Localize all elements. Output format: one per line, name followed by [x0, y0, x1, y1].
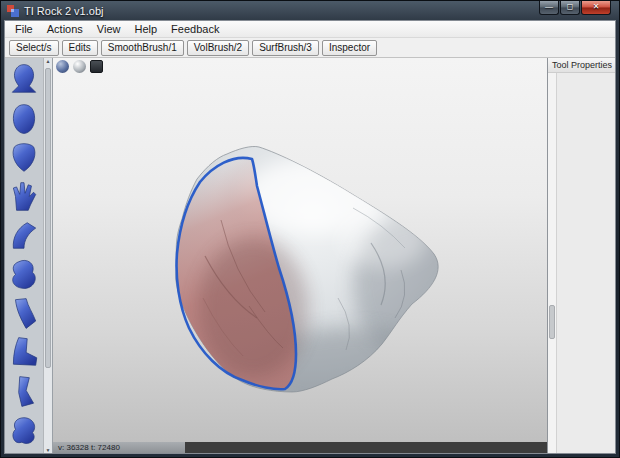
- viewport-tools: [56, 60, 103, 73]
- palette-thumbnail-face[interactable]: [7, 100, 43, 139]
- app-body: File Actions View Help Feedback Select/s…: [4, 20, 616, 454]
- app-icon: [7, 5, 19, 17]
- palette-scroll-thumb[interactable]: [45, 68, 51, 368]
- menu-item-view[interactable]: View: [90, 22, 128, 36]
- tab-inspector[interactable]: Inspector: [322, 40, 377, 56]
- palette-thumbnail-arm[interactable]: [7, 217, 43, 256]
- menu-item-help[interactable]: Help: [127, 22, 164, 36]
- palette-thumbnail-leg[interactable]: [7, 373, 43, 412]
- tool-properties-panel: Tool Properties: [547, 58, 615, 453]
- scroll-down-icon[interactable]: ▼: [46, 447, 51, 453]
- scroll-up-icon[interactable]: ▲: [46, 58, 51, 64]
- shape-palette-sidebar: ▲ ▼: [5, 58, 53, 453]
- panel-title: Tool Properties: [548, 58, 615, 73]
- menubar: File Actions View Help Feedback: [5, 21, 615, 38]
- minimize-button[interactable]: —: [539, 1, 559, 15]
- panel-content-area: [557, 73, 615, 453]
- menu-item-actions[interactable]: Actions: [40, 22, 90, 36]
- panel-scroll-thumb[interactable]: [549, 305, 555, 339]
- palette-thumbnail-mask[interactable]: [7, 139, 43, 178]
- palette-thumbnail-foot[interactable]: [7, 334, 43, 373]
- material-ball-icon[interactable]: [73, 60, 86, 73]
- maximize-button[interactable]: ◻: [560, 1, 580, 15]
- statusbar: v: 36328 t: 72480: [53, 442, 547, 453]
- mesh-stats: v: 36328 t: 72480: [53, 442, 185, 453]
- tab-smoothbrush[interactable]: SmoothBrush/1: [101, 40, 184, 56]
- grid-icon[interactable]: [90, 60, 103, 73]
- tab-edits[interactable]: Edits: [62, 40, 98, 56]
- menu-item-file[interactable]: File: [8, 22, 40, 36]
- tab-select[interactable]: Select/s: [9, 40, 59, 56]
- palette-scrollbar[interactable]: ▲ ▼: [43, 58, 52, 453]
- palette-thumbnail-bust[interactable]: [7, 61, 43, 100]
- palette-thumbnail-knee[interactable]: [7, 295, 43, 334]
- main-content: ▲ ▼: [5, 58, 615, 453]
- tab-volbrush[interactable]: VolBrush/2: [187, 40, 249, 56]
- toolbar-tabs: Select/s Edits SmoothBrush/1 VolBrush/2 …: [5, 38, 615, 58]
- menu-item-feedback[interactable]: Feedback: [164, 22, 226, 36]
- viewport-canvas[interactable]: v: 36328 t: 72480: [53, 58, 547, 453]
- rock-model[interactable]: [53, 58, 547, 453]
- panel-body: [548, 73, 615, 453]
- tab-surfbrush[interactable]: SurfBrush/3: [252, 40, 319, 56]
- panel-scrollbar[interactable]: [548, 73, 557, 453]
- window-controls: — ◻ ✕: [538, 1, 611, 15]
- app-window: TI Rock 2 v1.obj — ◻ ✕ File Actions View…: [0, 0, 620, 458]
- titlebar[interactable]: TI Rock 2 v1.obj — ◻ ✕: [1, 1, 619, 20]
- palette-thumbnail-hand[interactable]: [7, 178, 43, 217]
- close-button[interactable]: ✕: [581, 1, 611, 15]
- window-title: TI Rock 2 v1.obj: [24, 5, 103, 17]
- palette-thumbnail-blob[interactable]: [7, 412, 43, 451]
- palette-thumbnail-torso[interactable]: [7, 256, 43, 295]
- sphere-view-icon[interactable]: [56, 60, 69, 73]
